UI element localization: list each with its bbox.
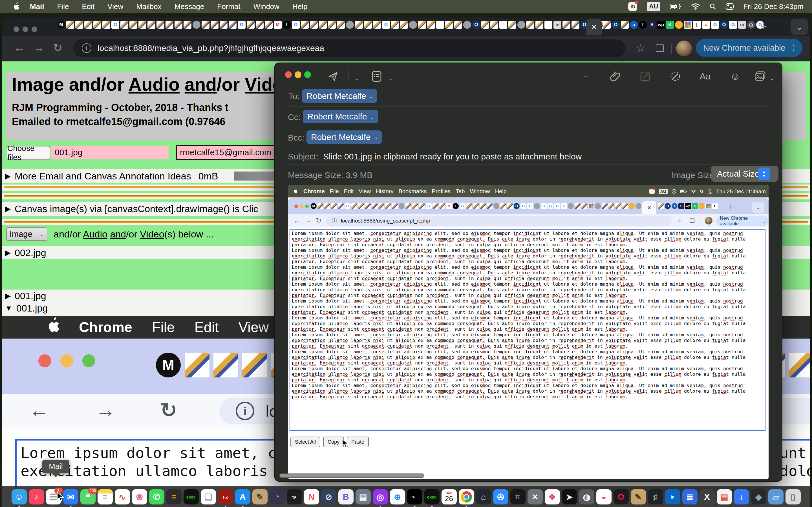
menu-item-tab[interactable]: Tab [456,188,465,194]
tab-favicon-p[interactable] [66,21,74,29]
dock-item-exec-script[interactable]: exec [184,489,199,504]
dock-item-photos[interactable]: ❀ [132,489,147,504]
mail-zoom-button[interactable] [304,71,311,78]
tab-favicon-dots[interactable] [588,203,594,209]
tab-favicon-p[interactable] [211,21,218,29]
menu-item-mail[interactable]: Mail [30,2,44,11]
tab-favicon-p[interactable] [658,203,664,209]
menu-item-mailbox[interactable]: Mailbox [136,2,161,11]
tab-favicon-p[interactable] [147,21,155,29]
tab-favicon-ck[interactable]: ◷ [747,21,755,29]
menu-item-edit[interactable]: Edit [344,188,354,194]
tab-favicon-p[interactable] [378,203,384,209]
tab-favicon-sbs[interactable] [699,203,705,209]
dock-item-music[interactable]: ♪ [29,489,44,504]
tab-favicon-g[interactable]: G [382,21,390,29]
tab-favicon-p[interactable] [507,203,513,209]
menu-item-file[interactable]: File [57,2,69,11]
dock-item-utility[interactable]: ✕ [527,489,543,504]
tab-favicon-p[interactable] [536,21,543,29]
tab-favicon-mc[interactable]: M [57,21,65,29]
dock-item-calendar[interactable]: DEC26 [442,489,457,504]
status-app-icon[interactable]: m [628,2,637,11]
tab-favicon-p[interactable] [184,21,192,29]
tab-favicon-p[interactable] [84,21,92,29]
dock-item-gimp[interactable]: ✎ [252,489,267,504]
undo-icon[interactable]: ↩︎ [580,70,592,82]
tab-favicon-p[interactable] [466,203,472,209]
dock-item-news[interactable]: N [304,489,319,504]
control-center-icon[interactable] [726,3,733,10]
pasted-screenshot-attachment[interactable]: ChromeFileEditViewHistoryBookmarksProfil… [288,185,769,479]
menu-item-edit[interactable]: Edit [195,320,219,335]
tab-favicon-p[interactable] [242,353,267,378]
disclosure-triangle-icon[interactable]: ▶ [5,291,11,300]
menu-item-view[interactable]: View [239,320,269,335]
tab-favicon-p[interactable] [319,21,327,29]
tab-favicon-gc[interactable] [636,203,642,209]
tab-favicon-w[interactable] [545,21,552,29]
subject-value[interactable]: Slide 001.jpg in clipboard ready for you… [323,152,581,161]
tab-favicon-g[interactable]: G [111,21,119,29]
bookmark-star-icon[interactable]: ☆ [636,42,645,54]
tab-favicon-p[interactable] [337,21,345,29]
dock-item-zoom[interactable]: ✇ [493,489,508,504]
file-input-value[interactable]: 001.jpg [51,146,168,159]
tab-favicon-gm[interactable]: M [274,21,282,29]
tab-favicon-sbs[interactable] [629,203,635,209]
dock-item-app-store[interactable]: A [235,489,250,504]
tab-favicon-w[interactable] [499,21,507,29]
dock-item-x-app[interactable]: X [700,489,715,504]
tab-favicon-g[interactable]: G [729,21,737,29]
tab-favicon-p[interactable] [310,21,318,29]
tab-favicon-p[interactable] [473,203,479,209]
menu-item-window[interactable]: Window [470,188,490,194]
tab-favicon-g[interactable]: G [426,203,432,209]
wifi-icon[interactable] [691,3,700,10]
attach-icon[interactable] [609,70,622,82]
back-icon[interactable]: ← [13,41,25,54]
tab-favicon-p[interactable] [365,203,371,209]
tab-favicon-p[interactable] [500,203,506,209]
tab-favicon-p[interactable] [265,21,273,29]
dock-item-safari[interactable]: ⊕ [390,489,405,504]
tab-favicon-g[interactable]: G [460,203,465,209]
active-tab-close-icon[interactable]: ✕ [587,19,602,35]
send-options-chevron-icon[interactable]: ⌄ [354,75,359,82]
dock-item-dark-app-3[interactable]: ◆ [751,489,766,504]
tab-favicon-p[interactable] [373,21,381,29]
tab-favicon-p[interactable] [102,21,110,29]
tab-search-chevron-icon[interactable]: ⌄ [791,18,808,35]
tab-favicon-abc[interactable]: a [672,203,677,209]
dock-item-dark-app[interactable]: ⌗ [510,489,525,504]
tab-favicon-g[interactable]: G [238,21,246,29]
disclosure-triangle-down-icon[interactable]: ▼ [5,304,12,313]
tab-favicon-mg[interactable]: m [553,21,561,29]
tab-favicon-g[interactable]: G [541,203,547,209]
tab-favicon-gc[interactable] [534,203,540,209]
menu-item-help[interactable]: Help [495,188,507,194]
tab-favicon-wp[interactable]: wp [657,21,665,29]
address-bar[interactable]: i localhost:8888/media_via_pb.php?jhfgjh… [73,40,625,57]
tab-favicon-g[interactable]: G [345,203,350,209]
photo-browser-chevron-icon[interactable]: ⌄ [769,75,774,82]
tab-favicon-p[interactable] [364,21,372,29]
tab-favicon-p[interactable] [174,21,183,29]
tab-favicon-p[interactable] [93,21,101,29]
tab-favicon-p[interactable] [317,203,323,209]
reload-icon[interactable]: ↻ [53,41,63,54]
paste-button[interactable]: Paste [347,437,369,447]
dock-item-filezilla[interactable]: FZ [218,489,233,504]
tab-favicon-gc[interactable] [568,203,574,209]
tab-favicon-t[interactable]: T [453,203,459,209]
dock-item-chrome[interactable] [459,489,474,504]
tab-favicon-p[interactable] [418,21,426,29]
tab-favicon-p[interactable] [120,21,128,29]
tab-favicon-mc[interactable]: M [311,203,317,209]
tab-favicon-p[interactable] [331,203,337,209]
menu-item-help[interactable]: Help [292,2,307,11]
cc-recipient-pill[interactable]: Robert Metcalfe ⌄ [303,110,378,123]
tab-favicon-o[interactable]: O [472,21,480,29]
tab-favicon-g[interactable]: G [548,203,553,209]
tab-favicon-p[interactable] [405,203,411,209]
